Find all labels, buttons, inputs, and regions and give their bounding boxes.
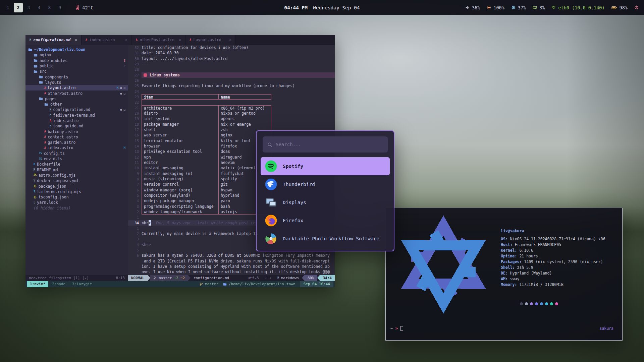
table-cell-item: editor [142, 160, 219, 165]
workspace-button-9[interactable]: 9 [55, 3, 64, 12]
tmux-window-2:node[interactable]: 2:node [49, 281, 68, 287]
markdown-file-icon: M [50, 125, 51, 128]
tree-item-configuration.md[interactable]: Mconfiguration.md●◻ [25, 107, 128, 112]
workspace-button-2[interactable]: 2 [14, 3, 23, 12]
badge: ● [120, 108, 122, 111]
line-number [128, 258, 139, 264]
launcher-item-Firefox[interactable]: Firefox [261, 212, 390, 230]
tree-item-tsconfig.json[interactable]: {}tsconfig.json [25, 194, 128, 200]
tree-item-tone-guide.md[interactable]: Mtone-guide.md [25, 123, 128, 129]
tree-item-label: Dockerfile [37, 162, 60, 167]
tree-item-package.json[interactable]: {}package.json [25, 183, 128, 189]
tab-close-icon[interactable]: × [73, 38, 77, 42]
tab-close-icon[interactable]: × [177, 38, 181, 42]
tree-item-env.d.ts[interactable]: TSenv.d.ts [25, 156, 128, 162]
tree-item-config.ts[interactable]: TSconfig.ts [25, 151, 128, 156]
editor-line: 31date: 2024-08-30 [128, 50, 335, 56]
info-row-DE: DE: Hyprland (Wayland) [501, 270, 605, 276]
astro-file-icon: A [50, 119, 51, 122]
line-content: --- [142, 61, 335, 67]
tree-item-components[interactable]: components [25, 74, 128, 79]
git-branch-icon [200, 282, 203, 286]
workspace-button-4[interactable]: 4 [35, 3, 44, 12]
workspace-button-3[interactable]: 3 [24, 3, 33, 12]
palette-dot-2 [530, 302, 533, 305]
clock-date: Wednesday Sep 04 [313, 5, 360, 10]
launcher-item-Spotify[interactable]: Spotify [261, 157, 390, 175]
launcher-item-Thunderbird[interactable]: Thunderbird [261, 175, 390, 193]
workspace-button-1[interactable]: 1 [3, 3, 12, 12]
tmux-window-3:lazygit[interactable]: 3:lazygit [69, 281, 95, 287]
module-power[interactable] [634, 5, 639, 10]
tmux-branch: master [200, 282, 218, 286]
workspace-button-8[interactable]: 8 [45, 3, 54, 12]
line-content [142, 78, 335, 83]
tree-item-(6 hidden items)[interactable]: (6 hidden items) [25, 205, 128, 211]
table-cell-name: name [219, 94, 271, 100]
tree-item-nginx[interactable]: nginx [25, 52, 128, 58]
tmux-window-1:nvim*[interactable]: 1:nvim* [27, 281, 48, 287]
tree-item-garden.astro[interactable]: Agarden.astro [25, 140, 128, 145]
editor-line: 6sakura has a Ryzen 5 7640U, 32GB of DDR… [128, 253, 335, 258]
clock-time: 04:44 PM [284, 5, 308, 10]
clock: 04:44 PM Wednesday Sep 04 [284, 5, 360, 10]
tree-item-index.astro[interactable]: Aindex.astro [25, 118, 128, 123]
table-cell-item: browser [142, 143, 219, 149]
launcher-item-Darktable Photo Workflow Software[interactable]: Darktable Photo Workflow Software [261, 230, 390, 248]
tree-item-README.md[interactable]: MREADME.md [25, 167, 128, 173]
cpu-icon [511, 5, 516, 10]
line-number: 16 [128, 132, 139, 138]
tree-item-label: components [45, 75, 68, 79]
editor-tab-Layout.astro[interactable]: ALayout.astro× [185, 35, 236, 45]
tree-item-other[interactable]: other [25, 102, 128, 107]
tree-item-docker-compose.yml[interactable]: Ydocker-compose.yml [25, 178, 128, 183]
tab-close-icon[interactable]: × [227, 38, 231, 42]
editor-tab-configuration.md[interactable]: Mconfiguration.md× [25, 35, 82, 45]
tree-item-Dockerfile[interactable]: DDockerfile [25, 162, 128, 167]
module-network: eth0 (10.0.0.140) [551, 5, 604, 10]
editor-tab-otherPost.astro[interactable]: AotherPost.astro× [132, 35, 185, 45]
launcher-item-Displays[interactable]: Displays [261, 193, 390, 212]
badge: H [124, 146, 125, 149]
info-value: sway [510, 277, 520, 281]
memory-value: 3% [539, 5, 545, 10]
tree-item-yarn.lock[interactable]: Lyarn.lock [25, 200, 128, 205]
tree-item-layouts[interactable]: layouts [25, 80, 128, 85]
tree-item-src[interactable]: src [25, 69, 128, 74]
app-launcher[interactable]: SpotifyThunderbirdDisplaysFirefoxDarktab… [256, 130, 394, 251]
tree-item-contact.astro[interactable]: Acontact.astro [25, 134, 128, 140]
editor-tab-index.astro[interactable]: Aindex.astro× [82, 35, 132, 45]
badge: ◻ [124, 86, 125, 89]
tree-item-balcony.astro[interactable]: Abalcony.astro [25, 129, 128, 134]
tree-item-tailwind.config.mjs[interactable]: Ttailwind.config.mjs [25, 189, 128, 194]
line-number: 13 [128, 149, 139, 154]
terminal-color-palette [520, 302, 558, 305]
badge: ● [120, 86, 122, 89]
markdown-file-icon: M [34, 168, 35, 171]
tree-item-fediverse-terms.md[interactable]: Mfediverse-terms.md [25, 113, 128, 118]
line-number: 31 [128, 50, 139, 56]
tree-item-Layout.astro[interactable]: ALayout.astroH●◻ [25, 85, 128, 90]
tree-item-pages[interactable]: pages [25, 96, 128, 102]
table-cell-item: nodejs package manager [142, 198, 219, 203]
tree-item-otherPost.astro[interactable]: AotherPost.astro●◻ [25, 90, 128, 96]
search-input[interactable] [276, 142, 383, 147]
tree-root-path: ~/Development/liv.town [34, 47, 85, 52]
tab-close-icon[interactable]: × [123, 38, 127, 42]
info-value: NixOS 24.11.20240828.71e91c4 (Vicuna) x8… [510, 237, 605, 241]
battery-icon [611, 6, 617, 10]
tree-item-public[interactable]: public? [25, 63, 128, 69]
fetch-terminal-window[interactable]: liv@sakura OS: NixOS 24.11.20240828.71e9… [385, 208, 623, 341]
palette-dot-0 [520, 302, 523, 305]
tree-root[interactable]: ~/Development/liv.town [25, 47, 128, 52]
line-content [142, 100, 335, 105]
terminal-cursor [400, 326, 403, 331]
astro-file-icon: A [190, 39, 191, 42]
astro-file-icon: A [44, 146, 46, 149]
line-number: 32 [128, 45, 139, 50]
tree-item-node_modules[interactable]: node_modulesE [25, 58, 128, 63]
tree-item-index.astro[interactable]: Aindex.astroH [25, 145, 128, 150]
tree-item-astro.config.mjs[interactable]: JSastro.config.mjs [25, 173, 128, 178]
line-number: 9 [128, 171, 139, 176]
yml-file-icon: Y [34, 179, 35, 182]
